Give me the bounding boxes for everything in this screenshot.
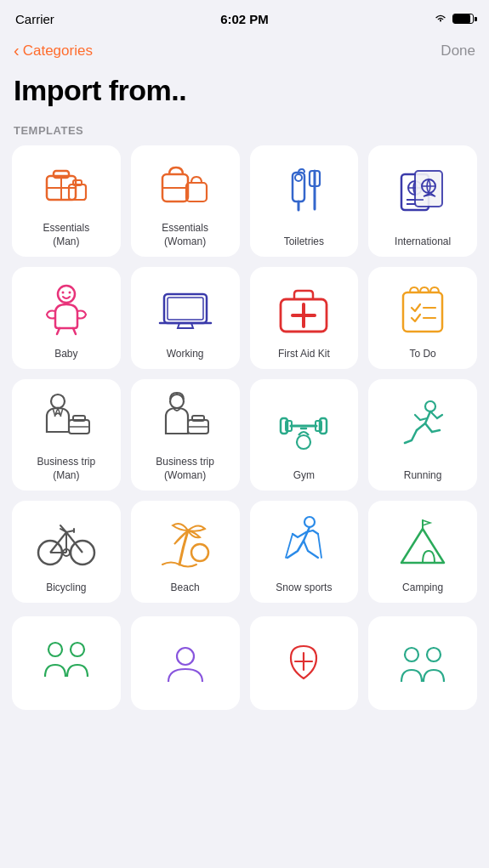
- essentials-woman-label: Essentials(Woman): [162, 222, 208, 248]
- gym-icon: [257, 389, 352, 462]
- partial-item-4[interactable]: [368, 616, 477, 710]
- svg-point-38: [170, 394, 184, 408]
- partial-icon-1: [19, 627, 114, 695]
- svg-point-24: [68, 292, 71, 294]
- svg-point-59: [71, 643, 84, 656]
- svg-point-58: [48, 643, 62, 656]
- svg-rect-40: [192, 416, 204, 421]
- partial-row: [0, 616, 489, 710]
- grid-item-baby[interactable]: Baby: [12, 267, 121, 369]
- partial-icon-2: [138, 627, 233, 695]
- business-trip-woman-icon: [138, 389, 233, 449]
- svg-point-23: [61, 292, 64, 294]
- carrier-label: Carrier: [15, 12, 54, 26]
- partial-icon-3: [257, 627, 352, 695]
- back-label: Categories: [23, 43, 93, 60]
- partial-item-3[interactable]: [250, 616, 359, 710]
- toiletries-icon: [257, 156, 352, 229]
- svg-point-22: [58, 286, 75, 303]
- business-trip-woman-label: Business trip(Woman): [156, 456, 214, 482]
- nav-bar: ‹ Categories Done: [0, 37, 489, 67]
- grid-item-bicycling[interactable]: Bicycling: [12, 501, 121, 603]
- grid-item-snow-sports[interactable]: Snow sports: [250, 501, 359, 603]
- grid-item-essentials-woman[interactable]: Essentials(Woman): [131, 145, 240, 257]
- grid-item-to-do[interactable]: To Do: [368, 267, 477, 369]
- svg-point-49: [425, 401, 435, 411]
- grid-item-first-aid-kit[interactable]: First Aid Kit: [250, 267, 359, 369]
- time-label: 6:02 PM: [220, 12, 269, 26]
- grid-item-business-trip-woman[interactable]: Business trip(Woman): [131, 379, 240, 491]
- working-label: Working: [167, 348, 204, 361]
- svg-point-64: [427, 648, 441, 661]
- working-icon: [138, 277, 233, 340]
- beach-label: Beach: [171, 582, 200, 595]
- svg-rect-26: [168, 298, 203, 320]
- business-trip-man-icon: [19, 389, 114, 449]
- snow-sports-icon: [257, 511, 352, 574]
- bicycling-icon: [19, 511, 114, 574]
- grid-item-beach[interactable]: Beach: [131, 501, 240, 603]
- svg-rect-4: [69, 184, 86, 200]
- grid-item-business-trip-man[interactable]: Business trip(Man): [12, 379, 121, 491]
- grid-item-running[interactable]: Running: [368, 379, 477, 491]
- grid-item-toiletries[interactable]: Toiletries: [250, 145, 359, 257]
- camping-icon: [375, 511, 470, 574]
- running-icon: [375, 389, 470, 462]
- status-bar: Carrier 6:02 PM: [0, 0, 489, 37]
- essentials-man-icon: [19, 156, 114, 215]
- first-aid-kit-label: First Aid Kit: [278, 348, 330, 361]
- international-label: International: [395, 235, 451, 249]
- partial-item-2[interactable]: [131, 616, 240, 710]
- battery-icon: [452, 14, 474, 24]
- svg-rect-8: [186, 183, 207, 201]
- template-grid: Essentials(Man) Essentials(Woman): [0, 145, 489, 616]
- svg-rect-25: [164, 294, 207, 323]
- to-do-label: To Do: [409, 348, 435, 361]
- grid-item-international[interactable]: International: [368, 145, 477, 257]
- done-button[interactable]: Done: [441, 43, 475, 60]
- page-title: Import from..: [0, 67, 489, 124]
- back-button[interactable]: ‹ Categories: [14, 41, 93, 60]
- status-icons: [434, 14, 474, 24]
- chevron-left-icon: ‹: [14, 41, 20, 60]
- svg-point-63: [405, 648, 418, 661]
- camping-label: Camping: [402, 582, 443, 595]
- first-aid-kit-icon: [257, 277, 352, 340]
- essentials-man-label: Essentials(Man): [43, 222, 90, 248]
- svg-point-60: [177, 648, 194, 665]
- svg-rect-5: [73, 180, 82, 185]
- beach-icon: [138, 511, 233, 574]
- svg-point-53: [191, 544, 208, 561]
- svg-rect-31: [403, 292, 442, 332]
- svg-rect-36: [73, 416, 85, 421]
- grid-item-camping[interactable]: Camping: [368, 501, 477, 603]
- essentials-woman-icon: [138, 156, 233, 215]
- partial-item-1[interactable]: [12, 616, 121, 710]
- grid-item-working[interactable]: Working: [131, 267, 240, 369]
- wifi-icon: [434, 14, 447, 24]
- running-label: Running: [404, 469, 442, 483]
- grid-item-essentials-man[interactable]: Essentials(Man): [12, 145, 121, 257]
- business-trip-man-label: Business trip(Man): [37, 456, 96, 482]
- snow-sports-label: Snow sports: [276, 582, 332, 595]
- baby-icon: [19, 277, 114, 340]
- gym-label: Gym: [293, 469, 315, 483]
- baby-label: Baby: [54, 348, 77, 361]
- partial-icon-4: [375, 627, 470, 695]
- svg-point-47: [297, 435, 310, 449]
- svg-line-56: [318, 534, 321, 558]
- svg-rect-18: [415, 171, 442, 207]
- toiletries-label: Toiletries: [284, 235, 324, 249]
- section-label-templates: TEMPLATES: [0, 124, 489, 145]
- svg-point-34: [51, 394, 65, 408]
- svg-point-10: [295, 174, 302, 181]
- bicycling-label: Bicycling: [46, 582, 86, 595]
- international-icon: [375, 156, 470, 229]
- svg-point-54: [304, 517, 315, 527]
- to-do-icon: [375, 277, 470, 340]
- grid-item-gym[interactable]: Gym: [250, 379, 359, 491]
